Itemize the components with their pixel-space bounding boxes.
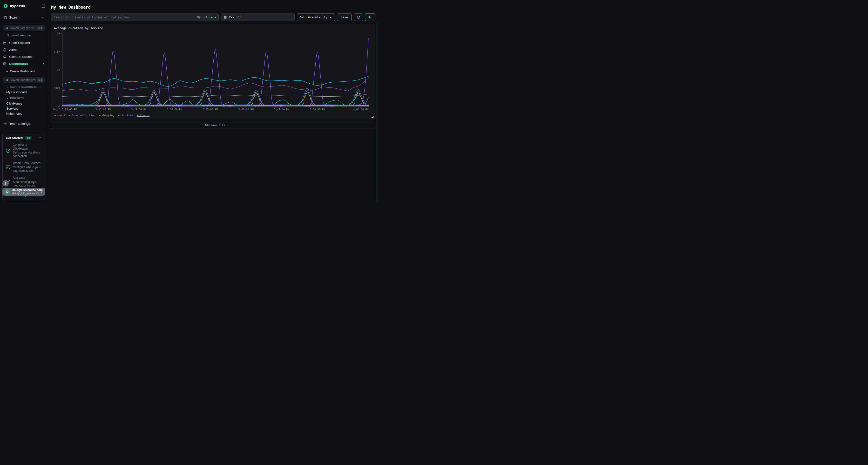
main-content: My New Dashboard Search your events w/ L… [51,0,375,129]
sidebar-link-my-dashboard[interactable]: My Dashboard [6,90,27,94]
y-axis-label: 2M [57,32,60,35]
live-button[interactable]: Live [337,13,351,21]
journal-icon [3,15,7,19]
scrollbar-track[interactable] [376,23,378,203]
run-query-button[interactable] [365,13,375,21]
chart-legend: —email—fraud-detection—shipping—checkout… [55,114,150,117]
page-title: My New Dashboard [51,0,375,10]
nav-label: Alerts [9,48,18,52]
checklist-title: Connect to ClickHouse [13,143,41,151]
user-email: dale@clickhouse.com [12,189,38,192]
refresh-icon [356,15,361,19]
event-search-input[interactable]: Search your events w/ Lucene ex. column:… [51,13,219,21]
sidebar-link-clickhouse[interactable]: ClickHouse [6,102,22,105]
granularity-value: Auto Granularity [300,16,328,19]
search-section-label: Search [9,16,20,19]
chevron-down-icon [6,86,9,88]
checklist-title: Add Data [13,176,41,180]
search-icon [5,27,9,30]
legend-item-checkout[interactable]: —checkout [118,114,133,117]
chevron-down-icon [6,97,9,100]
x-axis-label: 3:33:00 PM [203,108,218,111]
legend-more-link[interactable]: +12 more [137,114,150,117]
add-new-tile-button[interactable]: + Add New Tile [51,122,375,129]
legend-swatch: — [118,114,119,117]
sidebar-item-team-settings[interactable]: Team Settings [3,122,30,126]
saved-dashboards-placeholder: Saved Dashboards [10,78,35,82]
chart-line-icon [3,41,7,45]
get-started-header[interactable]: Get Started 3/3 [6,136,41,140]
y-axis-label: 500K [54,87,60,89]
x-axis-label: 4:04:00 PM [353,108,368,111]
granularity-select[interactable]: Auto Granularity [297,13,335,21]
sidebar-item-dashboards[interactable]: Dashboards [0,60,48,67]
sidebar-item-alerts[interactable]: Alerts [0,46,48,53]
x-axis-label: 3:54:00 PM [310,108,325,111]
section-label: PRESETS [10,97,24,100]
check-circle-icon [6,148,10,153]
sidebar-link-kubernetes[interactable]: Kubernetes [6,112,23,115]
sidebar-nav: Chart Explorer Alerts Client Sessions Da… [0,39,48,67]
legend-swatch: — [69,114,70,117]
checklist-item-sources[interactable]: Create Data Sources Configure where your… [6,161,41,173]
duration-chart: 0500K1M1.5M2MAug 4 3:04:00 PM3:12:00 PM3… [51,24,375,120]
check-circle-icon [6,165,10,169]
series-line-email [62,93,368,106]
sidebar-item-chart-explorer[interactable]: Chart Explorer [0,39,48,46]
user-menu[interactable]: D dale@clickhouse.com dale@clickhouse.co… [2,188,45,196]
y-axis-label: 1M [57,68,60,71]
section-label: SAVED DASHBOARDS [10,86,41,89]
toolbar: Search your events w/ Lucene ex. column:… [51,13,375,21]
chevron-right-icon [40,190,43,193]
laptop-icon [3,55,7,59]
calendar-icon [223,16,227,19]
create-dashboard-button[interactable]: + Create Dashboard [6,70,34,73]
chevron-up-icon[interactable] [42,16,45,19]
help-button[interactable]: ? [2,180,9,187]
sql-toggle[interactable]: SQL [196,16,202,19]
checklist-sub: Configure where your data comes from [13,166,41,173]
chevron-up-icon[interactable] [42,62,45,65]
sidebar-link-services[interactable]: Services [6,107,18,110]
play-icon [368,16,372,19]
saved-searches-placeholder: Saved Searches [10,26,35,30]
sidebar-collapse-icon[interactable] [41,4,45,8]
no-saved-searches-text: No saved searches [7,34,32,37]
legend-item-email[interactable]: —email [55,114,65,117]
avatar: D [4,189,10,195]
bell-icon [3,48,7,52]
sidebar-item-search[interactable]: Search [3,15,45,19]
lucene-toggle[interactable]: Lucene [206,16,216,19]
chevron-down-icon [329,16,332,19]
saved-searches-input[interactable]: Saved Searches ⌘K [3,25,45,31]
series-line-other-cyan [62,76,368,87]
sidebar-item-client-sessions[interactable]: Client Sessions [0,53,48,60]
checklist-item-connect[interactable]: Connect to ClickHouse Set up your databa… [6,143,41,158]
time-range-picker[interactable]: Past 1h [221,13,294,21]
nav-label: Chart Explorer [9,41,30,44]
section-saved-dashboards[interactable]: SAVED DASHBOARDS [6,86,41,89]
brand-name: HyperDX [10,4,25,8]
dashboard-tile[interactable]: Average duration by service 0500K1M1.5M2… [51,24,375,120]
search-icon [5,78,9,82]
event-search-placeholder: Search your events w/ Lucene ex. column:… [54,16,194,19]
checklist-title: Create Data Sources [13,161,41,165]
chevron-up-icon[interactable] [38,136,41,139]
refresh-button[interactable] [354,13,363,21]
legend-label: email [57,114,65,117]
saved-dashboards-input[interactable]: Saved Dashboards ⌘K [3,77,45,83]
sidebar: HyperDX Search Saved Searches ⌘K No save… [0,0,48,203]
checklist-item-add-data[interactable]: Add Data Start sending logs, metrics, or… [6,176,41,188]
legend-item-fraud-detection[interactable]: —fraud-detection [69,114,95,117]
get-started-badge: 3/3 [25,136,32,140]
legend-swatch: — [55,114,56,117]
tile-resize-handle[interactable] [372,116,373,118]
get-started-title: Get Started [6,136,23,140]
x-axis-label: 3:47:00 PM [274,108,289,111]
nav-label: Dashboards [9,62,28,66]
legend-swatch: — [99,114,100,117]
section-presets[interactable]: PRESETS [6,97,24,100]
user-team: dale@clickhouse.com's [12,192,38,195]
legend-item-shipping[interactable]: —shipping [99,114,115,117]
x-axis-label: 3:26:00 PM [167,108,182,111]
